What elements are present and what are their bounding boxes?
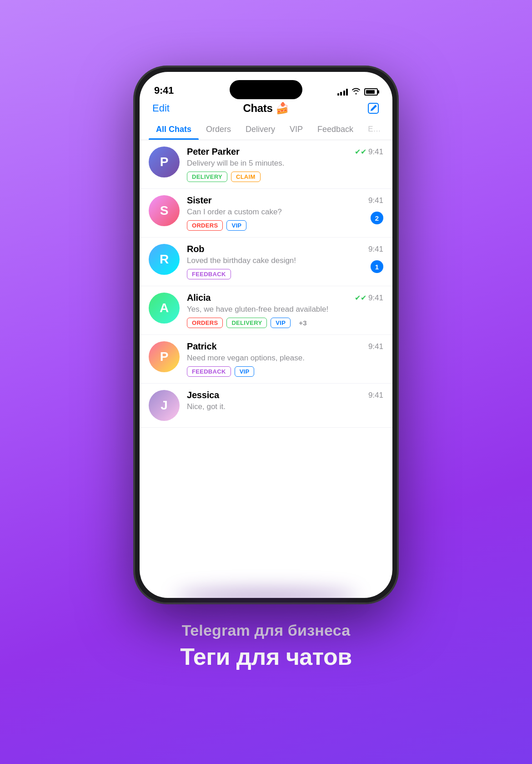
- chat-message: Yes, we have gluten-free bread available…: [187, 305, 383, 314]
- avatar: P: [149, 147, 180, 177]
- tag-delivery: DELIVERY: [187, 172, 227, 182]
- chat-content: Alicia✔✔ 9:41Yes, we have gluten-free br…: [187, 293, 383, 328]
- chat-time: ✔✔ 9:41: [355, 293, 383, 303]
- chat-item[interactable]: PPatrick9:41Need more vegan options, ple…: [140, 335, 392, 384]
- bottom-title: Теги для чатов: [180, 643, 352, 670]
- chat-message: Can I order a custom cake?: [187, 207, 383, 217]
- signal-bars-icon: [337, 88, 348, 96]
- status-time: 9:41: [154, 85, 174, 96]
- battery-icon: [364, 88, 378, 96]
- tag-delivery: DELIVERY: [226, 318, 267, 328]
- compose-icon: [367, 102, 380, 115]
- tab-feedback[interactable]: Feedback: [310, 120, 361, 140]
- chat-tags: FEEDBACK: [187, 269, 383, 279]
- tag-vip: VIP: [235, 366, 255, 377]
- wifi-icon: [351, 87, 361, 96]
- avatar: P: [149, 341, 180, 372]
- chat-tags: FEEDBACKVIP: [187, 366, 383, 377]
- chat-content: Sister9:41Can I order a custom cake?ORDE…: [187, 195, 383, 231]
- chat-tags: DELIVERYCLAIM: [187, 172, 383, 182]
- tag-vip: VIP: [226, 220, 246, 231]
- dynamic-island: [230, 80, 302, 99]
- tag-claim: CLAIM: [231, 172, 261, 182]
- chat-name: Rob: [187, 244, 204, 254]
- phone-wrapper: 9:41: [134, 66, 398, 603]
- bottom-subtitle: Telegram для бизнеса: [180, 622, 352, 639]
- nav-bar: Edit Chats 🍰: [140, 100, 392, 120]
- tag-orders: ORDERS: [187, 318, 223, 328]
- bottom-text: Telegram для бизнеса Теги для чатов: [162, 622, 370, 670]
- chat-message: Delivery will be in 5 minutes.: [187, 159, 383, 168]
- tab-vip[interactable]: VIP: [282, 120, 310, 140]
- chat-time: ✔✔ 9:41: [355, 147, 383, 157]
- filter-tabs: All Chats Orders Delivery VIP Feedback E…: [140, 120, 392, 140]
- chat-list: PPeter Parker✔✔ 9:41Delivery will be in …: [140, 140, 392, 598]
- chat-name: Patrick: [187, 341, 216, 352]
- chat-message: Nice, got it.: [187, 402, 383, 411]
- chat-item[interactable]: SSister9:41Can I order a custom cake?ORD…: [140, 189, 392, 238]
- chat-name: Peter Parker: [187, 147, 239, 157]
- unread-badge: 2: [371, 212, 383, 224]
- chat-message: Need more vegan options, please.: [187, 354, 383, 363]
- page-title: Chats 🍰: [180, 102, 352, 115]
- unread-badge: 1: [371, 260, 383, 273]
- phone-frame: 9:41: [134, 66, 398, 603]
- tab-delivery[interactable]: Delivery: [238, 120, 282, 140]
- tab-orders[interactable]: Orders: [199, 120, 238, 140]
- chat-content: Rob9:41Loved the birthday cake design!FE…: [187, 244, 383, 279]
- compose-button[interactable]: [352, 102, 380, 115]
- chat-content: Patrick9:41Need more vegan options, plea…: [187, 341, 383, 377]
- chat-time: 9:41: [368, 391, 383, 400]
- chat-content: Jessica9:41Nice, got it.: [187, 390, 383, 415]
- chat-item[interactable]: JJessica9:41Nice, got it.: [140, 384, 392, 428]
- double-check-icon: ✔✔: [355, 293, 366, 302]
- chat-tags: ORDERSVIP: [187, 220, 383, 231]
- tag-feedback: FEEDBACK: [187, 269, 231, 279]
- edit-button[interactable]: Edit: [152, 102, 180, 114]
- avatar: J: [149, 390, 180, 421]
- chat-item[interactable]: PPeter Parker✔✔ 9:41Delivery will be in …: [140, 140, 392, 189]
- tag-feedback: FEEDBACK: [187, 366, 231, 377]
- chat-time: 9:41: [368, 245, 383, 254]
- chat-message: Loved the birthday cake design!: [187, 256, 383, 265]
- chat-item[interactable]: AAlicia✔✔ 9:41Yes, we have gluten-free b…: [140, 286, 392, 335]
- chat-time: 9:41: [368, 342, 383, 351]
- phone-screen: 9:41: [140, 72, 392, 598]
- status-icons: [337, 87, 378, 96]
- chat-name: Jessica: [187, 390, 219, 400]
- avatar: A: [149, 293, 180, 324]
- chat-name: Sister: [187, 195, 211, 206]
- chat-tags: ORDERSDELIVERYVIP+3: [187, 318, 383, 328]
- tag-vip: VIP: [271, 318, 291, 328]
- tag-orders: ORDERS: [187, 220, 223, 231]
- avatar: S: [149, 195, 180, 226]
- chat-item[interactable]: RRob9:41Loved the birthday cake design!F…: [140, 238, 392, 286]
- avatar: R: [149, 244, 180, 275]
- chat-content: Peter Parker✔✔ 9:41Delivery will be in 5…: [187, 147, 383, 182]
- tag-more: +3: [294, 318, 311, 328]
- tab-more[interactable]: E…: [361, 120, 388, 140]
- chat-time: 9:41: [368, 196, 383, 205]
- chat-name: Alicia: [187, 293, 211, 303]
- double-check-icon: ✔✔: [355, 147, 366, 156]
- tab-all-chats[interactable]: All Chats: [149, 120, 199, 140]
